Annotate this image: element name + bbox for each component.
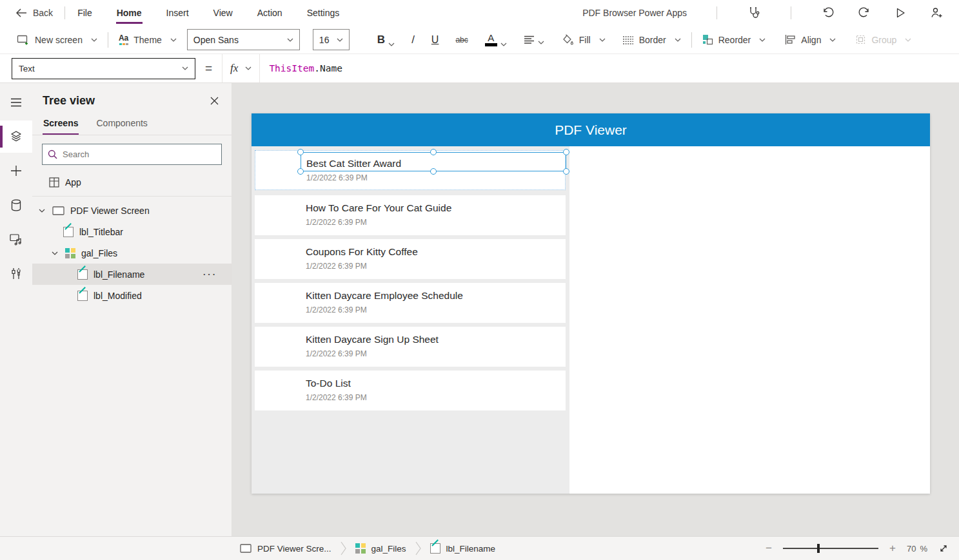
tree-item-lbl-filename[interactable]: lbl_Filename ··· (32, 264, 232, 285)
breadcrumb-screen[interactable]: PDF Viewer Scre... (240, 544, 331, 554)
app-title: PDF Browser Power Apps (582, 8, 687, 18)
lbl-titlebar-control[interactable]: PDF Viewer (252, 113, 930, 146)
gal-files-control[interactable]: Best Cat Sitter Award 1/2/2022 6:39 PM H… (252, 146, 569, 494)
tree-item-label: PDF Viewer Screen (70, 206, 150, 216)
menu-insert[interactable]: Insert (166, 2, 190, 24)
resize-handle-top-right[interactable] (563, 149, 569, 155)
text-align-button[interactable] (515, 33, 553, 47)
font-family-select[interactable]: Open Sans (187, 29, 300, 50)
menu-view[interactable]: View (213, 2, 233, 24)
font-size-select[interactable]: 16 (313, 29, 350, 50)
tree-item-app[interactable]: App (32, 171, 232, 193)
fx-icon: fx (230, 62, 238, 75)
menu-action[interactable]: Action (257, 2, 283, 24)
resize-handle-bottom-left[interactable] (297, 168, 304, 175)
tree-view-layers-icon (10, 130, 23, 143)
property-select[interactable]: Text (12, 58, 195, 79)
gallery-item[interactable]: Coupons For Kitty Coffee 1/2/2022 6:39 P… (255, 239, 566, 279)
app-artboard[interactable]: PDF Viewer Best Cat Sitter Award 1/2/202… (252, 113, 930, 494)
gallery-item-selected[interactable]: Best Cat Sitter Award 1/2/2022 6:39 PM (255, 150, 566, 190)
preview-button[interactable] (889, 3, 911, 23)
chevron-down-icon (675, 38, 681, 42)
close-panel-button[interactable] (208, 94, 221, 108)
zoom-out-button[interactable]: − (766, 542, 772, 555)
zoom-slider-thumb[interactable] (817, 544, 820, 553)
tab-screens[interactable]: Screens (43, 114, 79, 135)
chevron-down-icon (182, 66, 188, 70)
theme-button[interactable]: Aa Theme (119, 34, 177, 45)
canvas-backdrop: PDF Viewer Best Cat Sitter Award 1/2/202… (232, 83, 959, 536)
undo-button[interactable] (817, 3, 839, 23)
border-button[interactable]: Border (622, 35, 681, 45)
chevron-down-icon[interactable] (39, 209, 45, 213)
advanced-tools-rail-button[interactable] (0, 257, 32, 289)
gallery-item[interactable]: How To Care For Your Cat Guide 1/2/2022 … (255, 195, 566, 235)
divider (32, 196, 232, 197)
tree-view-rail-button[interactable] (0, 121, 32, 153)
collapse-menu-button[interactable] (0, 86, 32, 119)
align-objects-button[interactable]: Align (785, 35, 836, 45)
divider (717, 6, 717, 19)
share-button[interactable] (925, 3, 947, 23)
fx-menu-button[interactable]: fx (222, 54, 260, 82)
menu-home[interactable]: Home (116, 2, 143, 24)
zoom-slider[interactable] (783, 548, 878, 549)
more-options-button[interactable]: ··· (203, 269, 217, 279)
back-arrow-icon (15, 8, 27, 17)
left-navigation-rail (0, 83, 32, 536)
gallery-item[interactable]: Kitten Daycare Employee Schedule 1/2/202… (255, 283, 566, 323)
file-modified-label[interactable]: 1/2/2022 6:39 PM (306, 173, 559, 182)
main-menu: File Home Insert View Action Settings (77, 2, 340, 24)
stethoscope-icon (747, 6, 760, 19)
app-checker-button[interactable] (743, 3, 765, 23)
tree-search[interactable] (42, 144, 222, 165)
breadcrumb-control[interactable]: lbl_Filename (430, 543, 496, 554)
strikethrough-button[interactable]: abc (447, 33, 476, 47)
breadcrumb-gallery[interactable]: gal_Files (355, 543, 406, 554)
breadcrumb-label: lbl_Filename (446, 544, 496, 554)
menu-settings[interactable]: Settings (306, 2, 341, 24)
file-name-label: Kitten Daycare Employee Schedule (306, 290, 559, 302)
file-modified-label: 1/2/2022 6:39 PM (306, 393, 559, 402)
resize-handle-bottom-center[interactable] (430, 168, 437, 175)
media-rail-button[interactable] (0, 223, 32, 255)
menu-file[interactable]: File (77, 2, 93, 24)
theme-icon: Aa (119, 34, 128, 45)
gallery-item[interactable]: To-Do List 1/2/2022 6:39 PM (255, 371, 566, 410)
formula-input[interactable]: ThisItem.Name (269, 63, 342, 73)
ribbon-toolbar: New screen Aa Theme Open Sans 16 B / U a… (0, 26, 959, 54)
tree-item-screen[interactable]: PDF Viewer Screen (32, 200, 232, 221)
bold-button[interactable]: B (369, 31, 403, 49)
tree-item-lbl-modified[interactable]: lbl_Modified (32, 285, 232, 306)
font-color-button[interactable]: A (477, 30, 515, 49)
redo-button[interactable] (853, 3, 875, 23)
font-family-value: Open Sans (193, 35, 239, 45)
fill-button[interactable]: Fill (562, 34, 606, 46)
zoom-in-button[interactable]: + (889, 542, 896, 555)
font-color-icon: A (485, 33, 497, 46)
breadcrumb-chevron-icon (341, 541, 346, 555)
chevron-down-icon (245, 66, 252, 70)
tree-item-gal-files[interactable]: gal_Files (32, 242, 232, 264)
chevron-down-icon (287, 38, 293, 42)
resize-handle-top-left[interactable] (297, 149, 304, 155)
fullscreen-icon[interactable] (938, 543, 949, 554)
group-button[interactable]: Group (855, 34, 911, 45)
back-button[interactable]: Back (15, 8, 53, 18)
new-screen-button[interactable]: New screen (17, 34, 97, 46)
insert-rail-button[interactable] (0, 155, 32, 187)
search-input[interactable] (63, 150, 216, 159)
reorder-button[interactable]: Reorder (702, 34, 766, 45)
tab-components[interactable]: Components (95, 114, 148, 135)
resize-handle-top-center[interactable] (430, 149, 437, 155)
gallery-item[interactable]: Kitten Daycare Sign Up Sheet 1/2/2022 6:… (255, 327, 566, 367)
media-icon (10, 233, 23, 246)
divider (691, 32, 692, 48)
tree-item-lbl-titlebar[interactable]: lbl_Titlebar (32, 221, 232, 242)
chevron-down-icon[interactable] (52, 251, 58, 255)
underline-button[interactable]: U (423, 32, 448, 48)
data-rail-button[interactable] (0, 189, 32, 221)
resize-handle-bottom-right[interactable] (563, 168, 569, 175)
italic-button[interactable]: / (403, 31, 423, 49)
divider (64, 6, 65, 19)
